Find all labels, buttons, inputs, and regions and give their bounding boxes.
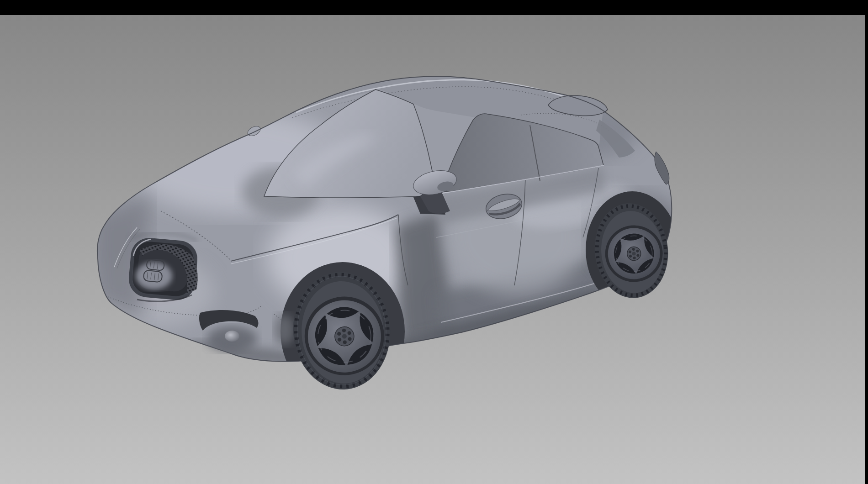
application-window — [0, 0, 868, 484]
top-letterbox-bar — [0, 0, 868, 15]
right-letterbox-bar — [865, 0, 868, 484]
front-grille — [127, 233, 199, 301]
fog-lamp — [225, 331, 239, 342]
render-canvas[interactable] — [0, 0, 868, 484]
